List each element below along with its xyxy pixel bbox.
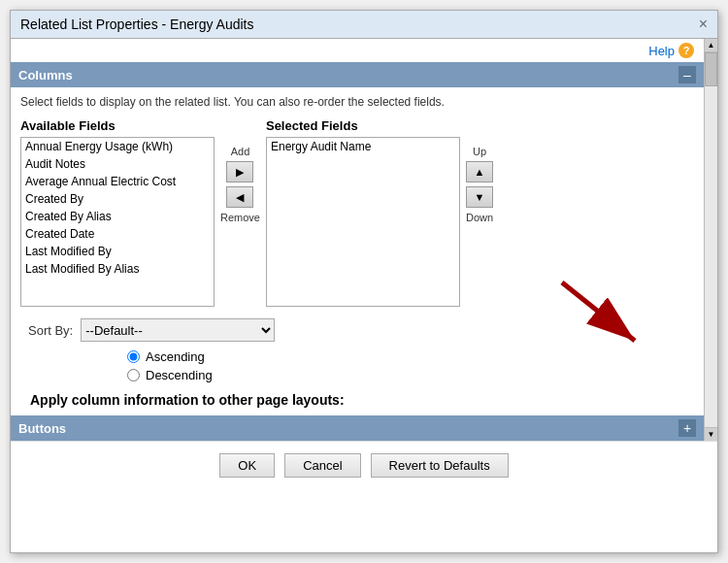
help-link[interactable]: Help — [648, 44, 675, 58]
list-item[interactable]: Created Date — [21, 225, 214, 243]
buttons-expand-button[interactable]: + — [678, 419, 696, 437]
descending-label[interactable]: Descending — [146, 368, 213, 382]
radio-area: Ascending Descending — [20, 349, 694, 382]
dialog-title: Related List Properties - Energy Audits — [20, 17, 253, 32]
down-button[interactable]: ▼ — [466, 186, 493, 208]
columns-section: Columns – Select fields to display on th… — [11, 62, 704, 415]
columns-section-content: Select fields to display on the related … — [11, 87, 704, 415]
available-fields-label: Available Fields — [20, 118, 215, 133]
columns-section-header: Columns – — [11, 62, 704, 87]
scrollbar-thumb[interactable] — [705, 52, 717, 86]
ok-button[interactable]: OK — [219, 453, 275, 478]
help-row: Help ? — [11, 39, 704, 62]
available-fields-list[interactable]: Annual Energy Usage (kWh) Audit Notes Av… — [20, 137, 215, 307]
up-down-area: Up ▲ ▼ Down — [466, 118, 493, 223]
remove-button[interactable]: ◀ — [226, 186, 253, 208]
list-item[interactable]: Last Modified By Alias — [21, 260, 214, 278]
list-item[interactable]: Created By Alias — [21, 208, 214, 225]
dialog-titlebar: Related List Properties - Energy Audits … — [11, 11, 717, 39]
columns-collapse-button[interactable]: – — [678, 66, 696, 83]
dialog-close-button[interactable]: × — [699, 17, 708, 32]
list-item[interactable]: Average Annual Electric Cost — [21, 173, 214, 190]
buttons-section-label: Buttons — [18, 421, 66, 436]
buttons-section: Buttons + — [11, 415, 704, 441]
ascending-radio[interactable] — [127, 350, 140, 363]
scrollbar-up-arrow[interactable]: ▲ — [705, 39, 717, 52]
ascending-label[interactable]: Ascending — [146, 349, 205, 364]
columns-description: Select fields to display on the related … — [20, 95, 694, 109]
list-item[interactable]: Annual Energy Usage (kWh) — [21, 138, 214, 155]
sort-by-select[interactable]: --Default-- — [81, 318, 275, 342]
columns-area: Available Fields Annual Energy Usage (kW… — [20, 118, 694, 307]
dialog: Related List Properties - Energy Audits … — [10, 10, 718, 553]
selected-fields-container: Selected Fields Energy Audit Name — [266, 118, 460, 307]
list-item[interactable]: Last Modified By — [21, 243, 214, 260]
help-icon: ? — [678, 43, 694, 58]
descending-row: Descending — [127, 368, 694, 382]
columns-section-label: Columns — [18, 68, 73, 83]
sort-by-area: Sort By: --Default-- — [20, 318, 694, 342]
add-remove-area: Add ▶ ◀ Remove — [220, 118, 260, 223]
list-item[interactable]: Energy Audit Name — [267, 138, 459, 155]
main-content: Help ? Columns – Select fields to displa… — [11, 39, 717, 441]
cancel-button[interactable]: Cancel — [284, 453, 360, 478]
dialog-footer: OK Cancel Revert to Defaults — [11, 441, 717, 489]
selected-fields-list[interactable]: Energy Audit Name — [266, 137, 460, 307]
add-button[interactable]: ▶ — [226, 161, 253, 182]
up-label: Up — [473, 146, 486, 157]
buttons-section-header: Buttons + — [11, 415, 704, 441]
list-item[interactable]: Audit Notes — [21, 155, 214, 173]
descending-radio[interactable] — [127, 369, 140, 381]
available-fields-container: Available Fields Annual Energy Usage (kW… — [20, 118, 215, 307]
up-button[interactable]: ▲ — [466, 161, 493, 182]
sort-by-label: Sort By: — [28, 323, 73, 338]
ascending-row: Ascending — [127, 349, 694, 364]
selected-fields-label: Selected Fields — [266, 118, 460, 133]
list-item[interactable]: Created By — [21, 190, 214, 208]
scrollbar[interactable]: ▲ ▼ — [704, 39, 717, 441]
down-label: Down — [466, 212, 493, 223]
add-label: Add — [231, 146, 250, 157]
scrollbar-down-arrow[interactable]: ▼ — [705, 427, 717, 441]
remove-label: Remove — [220, 212, 260, 223]
apply-label: Apply column information to other page l… — [30, 392, 684, 408]
revert-button[interactable]: Revert to Defaults — [371, 453, 509, 478]
